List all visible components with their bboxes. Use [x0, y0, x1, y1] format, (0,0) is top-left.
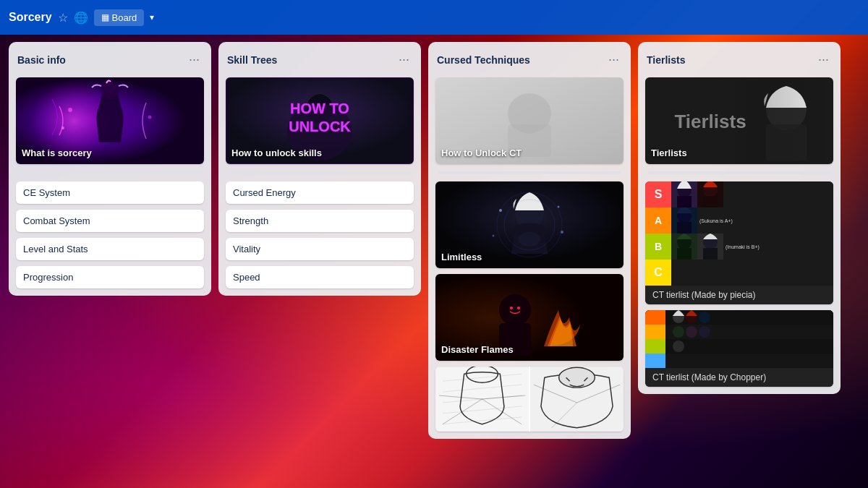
tier-s-row: S: [645, 181, 833, 207]
card-disaster-flames[interactable]: Disaster Flames: [435, 274, 624, 361]
svg-rect-69: [665, 339, 833, 354]
what-is-sorcery-label: What is sorcery: [22, 147, 92, 158]
globe-icon[interactable]: 🌐: [74, 11, 88, 25]
how-to-unlock-ct-label: How to Unlock CT: [441, 147, 522, 158]
disaster-flames-label: Disaster Flames: [441, 344, 514, 355]
speed-text: Speed: [226, 266, 414, 288]
more-options-cursed-techniques[interactable]: ···: [605, 51, 622, 69]
separator-tierlists: [648, 171, 830, 174]
limitless-label: Limitless: [441, 252, 482, 262]
board-icon: ▦: [101, 12, 109, 22]
app-title: Sorcery: [9, 11, 52, 24]
progression-text: Progression: [16, 266, 204, 288]
card-level-stats[interactable]: Level and Stats: [16, 238, 204, 260]
svg-rect-55: [703, 248, 718, 260]
tier-b-label: B: [645, 234, 671, 260]
more-options-tierlists[interactable]: ···: [815, 51, 832, 69]
card-combat-system[interactable]: Combat System: [16, 210, 204, 232]
svg-rect-52: [677, 248, 692, 260]
column-header-cursed-techniques: Cursed Techniques ···: [435, 49, 624, 72]
column-title-basic-info: Basic info: [17, 54, 66, 66]
svg-rect-60: [645, 354, 665, 368]
svg-point-2: [101, 82, 119, 99]
tier-b-note: (Inumaki is B+): [723, 234, 762, 260]
card-how-to-unlock-ct[interactable]: How to Unlock CT: [435, 77, 624, 164]
star-icon[interactable]: ☆: [58, 11, 68, 25]
card-what-is-sorcery[interactable]: What is sorcery: [16, 77, 204, 164]
card-limitless[interactable]: Limitless: [435, 181, 624, 268]
column-title-cursed-techniques: Cursed Techniques: [437, 54, 530, 66]
card-speed[interactable]: Speed: [226, 266, 414, 288]
card-tierlists-img[interactable]: Tierlists Tierlists: [645, 77, 833, 164]
more-options-basic-info[interactable]: ···: [186, 51, 203, 69]
card-manga-dual[interactable]: [435, 367, 624, 432]
chopper-tierlist-preview: [645, 310, 833, 368]
tier-c-row: C: [645, 260, 833, 286]
svg-rect-57: [645, 310, 665, 325]
tierlist-piecia-label: CT tierlist (Made by piecia): [645, 286, 833, 304]
card-ct-tierlist-piecia[interactable]: S: [645, 181, 833, 304]
tier-a-chars: (Sukuna is A+): [671, 207, 833, 234]
svg-rect-49: [677, 222, 692, 234]
board-button[interactable]: ▦ Board: [94, 9, 145, 26]
column-skill-trees: Skill Trees ···: [218, 42, 421, 296]
svg-point-21: [499, 209, 502, 212]
tier-b-chars: (Inumaki is B+): [671, 234, 833, 260]
card-ct-tierlist-chopper[interactable]: CT tierlist (Made by Chopper): [645, 310, 833, 387]
cursed-energy-text: Cursed Energy: [226, 181, 414, 204]
board: Basic info ···: [0, 35, 868, 488]
column-cursed-techniques: Cursed Techniques ···: [428, 42, 631, 439]
tier-s-chars: [671, 181, 833, 207]
tier-a-row: A (Sukuna is A+): [645, 207, 833, 234]
svg-point-29: [517, 307, 520, 309]
tier-s-label: S: [645, 181, 671, 207]
card-how-to-unlock[interactable]: HOW TO UNLOCK How to unlock skills: [226, 77, 414, 164]
svg-point-70: [673, 341, 684, 352]
vitality-text: Vitality: [226, 238, 414, 260]
column-tierlists: Tierlists ··· Tierlists: [638, 42, 841, 394]
column-title-tierlists: Tierlists: [647, 54, 685, 66]
card-strength[interactable]: Strength: [226, 210, 414, 232]
tier-a-label: A: [645, 207, 671, 234]
strength-text: Strength: [226, 210, 414, 232]
column-title-skill-trees: Skill Trees: [227, 54, 277, 66]
svg-point-66: [673, 326, 684, 338]
card-cursed-energy[interactable]: Cursed Energy: [226, 181, 414, 204]
separator-cursed-techniques: [438, 171, 621, 174]
tierlist-chopper-label: CT tierlist (Made by Chopper): [645, 368, 833, 387]
manga-image-left: [435, 367, 529, 432]
ce-system-text: CE System: [16, 181, 204, 204]
tier-c-chars: [671, 260, 833, 286]
combat-system-text: Combat System: [16, 210, 204, 232]
svg-point-28: [510, 307, 513, 309]
board-label: Board: [112, 12, 137, 23]
svg-text:UNLOCK: UNLOCK: [289, 119, 351, 134]
svg-point-33: [559, 367, 595, 388]
card-progression[interactable]: Progression: [16, 266, 204, 288]
level-stats-text: Level and Stats: [16, 238, 204, 260]
svg-rect-59: [645, 339, 665, 354]
chevron-down-icon[interactable]: ▾: [150, 12, 154, 22]
svg-rect-71: [665, 354, 833, 368]
how-to-unlock-label: How to unlock skills: [231, 147, 322, 158]
manga-image-right: [530, 367, 624, 432]
tier-c-label: C: [645, 260, 671, 286]
svg-point-22: [558, 206, 560, 208]
column-header-tierlists: Tierlists ···: [645, 49, 833, 72]
separator-basic-info: [19, 171, 201, 174]
more-options-skill-trees[interactable]: ···: [396, 51, 412, 69]
svg-point-18: [519, 232, 540, 247]
column-header-basic-info: Basic info ···: [16, 49, 204, 72]
tierlists-img-label: Tierlists: [651, 147, 687, 158]
manga-dual-images: [435, 367, 624, 432]
column-header-skill-trees: Skill Trees ···: [226, 49, 414, 72]
svg-point-24: [561, 231, 563, 234]
card-vitality[interactable]: Vitality: [226, 238, 414, 260]
svg-rect-46: [703, 196, 718, 207]
tier-b-row: B (Inumaki is B+): [645, 234, 833, 260]
topbar: Sorcery ☆ 🌐 ▦ Board ▾: [0, 0, 868, 35]
svg-point-4: [61, 127, 64, 129]
card-ce-system[interactable]: CE System: [16, 181, 204, 204]
svg-text:HOW TO: HOW TO: [290, 100, 349, 116]
svg-rect-58: [645, 325, 665, 339]
